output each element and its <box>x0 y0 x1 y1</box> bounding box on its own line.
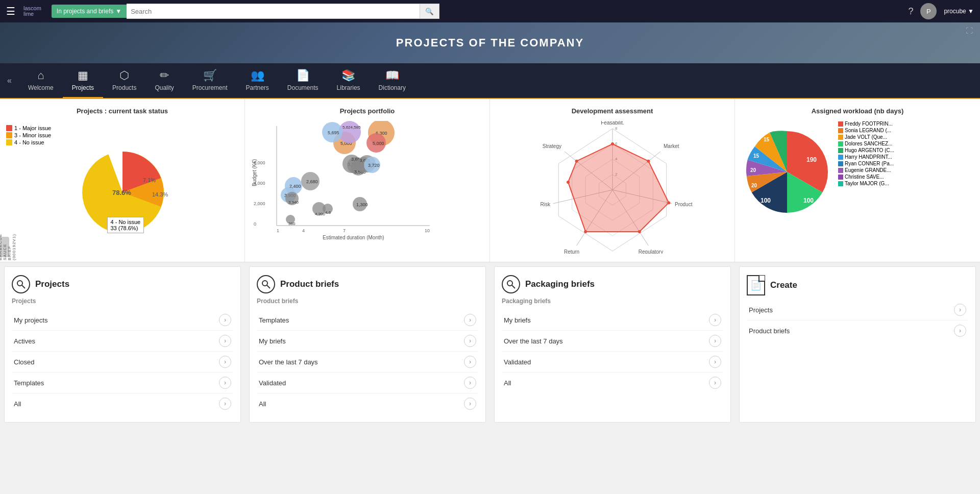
list-item-my-projects[interactable]: My projects › <box>12 310 233 331</box>
nav-item-projects[interactable]: ▦ Projects <box>63 63 103 98</box>
svg-point-81 <box>567 181 570 184</box>
list-item-closed[interactable]: Closed › <box>12 352 233 373</box>
dictionary-icon: 📖 <box>385 69 399 82</box>
legend-item-major: 1 - Major issue <box>6 125 51 131</box>
product-briefs-icon <box>257 275 275 293</box>
projects-card-header: Projects <box>12 275 233 293</box>
nav-item-libraries[interactable]: 📚 Libraries <box>328 63 370 98</box>
list-item-pkb-last7days[interactable]: Over the last 7 days › <box>502 331 723 352</box>
packaging-briefs-header: Packaging briefs <box>502 275 723 293</box>
search-button[interactable]: 🔍 <box>420 4 439 19</box>
search-scope-dropdown[interactable]: In projects and briefs ▼ <box>52 5 127 18</box>
svg-text:1: 1 <box>277 228 279 233</box>
list-item-create-product-briefs[interactable]: Product briefs › <box>747 320 968 341</box>
svg-point-90 <box>17 281 22 286</box>
svg-text:10: 10 <box>425 228 430 233</box>
create-card-icon: 📄 <box>747 275 765 295</box>
search-input[interactable] <box>127 4 420 19</box>
projects-card-icon <box>12 275 30 293</box>
arrow-actives[interactable]: › <box>219 335 231 347</box>
list-item-pb-last7days[interactable]: Over the last 7 days › <box>257 352 478 373</box>
search-area: In projects and briefs ▼ 🔍 <box>52 4 439 19</box>
arrow-all[interactable]: › <box>219 398 231 410</box>
list-item-pb-validated[interactable]: Validated › <box>257 373 478 393</box>
arrow-create-product-briefs[interactable]: › <box>954 325 966 337</box>
nav-item-partners[interactable]: 👥 Partners <box>236 63 278 98</box>
packaging-briefs-section-label: Packaging briefs <box>502 298 723 305</box>
svg-text:20: 20 <box>750 167 756 173</box>
pie-chart-panel: Projects : current task status 1 - Major… <box>0 99 245 262</box>
workload-legend-item: Taylor MAJOR (G... <box>838 181 894 186</box>
list-item-all[interactable]: All › <box>12 393 233 414</box>
nav-item-documents[interactable]: 📄 Documents <box>278 63 328 98</box>
projects-icon: ▦ <box>78 69 88 82</box>
product-briefs-header: Product briefs <box>257 275 478 293</box>
sidebar-toggle[interactable]: KOREAN BARBECUE SAUCE BRIEF (000192V1) <box>0 237 9 257</box>
legend-item-noissue: 4 - No issue <box>6 139 51 145</box>
svg-point-80 <box>584 230 587 233</box>
workload-legend: Freddy FOOTPRIN... Sonia LEGRAND (... Ja… <box>838 121 894 187</box>
main-content: Projects : current task status 1 - Major… <box>0 99 980 427</box>
arrow-pkb-validated[interactable]: › <box>709 356 721 368</box>
svg-text:78.6%: 78.6% <box>112 189 131 196</box>
arrow-pb-all[interactable]: › <box>464 398 476 410</box>
svg-text:190: 190 <box>806 156 817 163</box>
topbar: ☰ lascom lime In projects and briefs ▼ 🔍… <box>0 0 980 22</box>
svg-point-76 <box>611 142 614 145</box>
svg-line-93 <box>267 285 270 288</box>
svg-text:Regulatory: Regulatory <box>638 249 663 254</box>
list-item-pkb-my-briefs[interactable]: My briefs › <box>502 310 723 331</box>
projects-section-label: Projects <box>12 298 233 305</box>
workload-chart-svg: 190 100 100 20 20 15 15 <box>741 121 833 223</box>
list-item-pkb-all[interactable]: All › <box>502 373 723 393</box>
list-item-pb-templates[interactable]: Templates › <box>257 310 478 331</box>
quality-icon: ✏ <box>160 69 169 82</box>
nav-item-products[interactable]: ⬡ Products <box>103 63 145 98</box>
svg-text:5,624,585: 5,624,585 <box>342 125 361 130</box>
arrow-my-projects[interactable]: › <box>219 314 231 326</box>
arrow-closed[interactable]: › <box>219 356 231 368</box>
nav-item-procurement[interactable]: 🛒 Procurement <box>183 63 237 98</box>
svg-text:Market: Market <box>664 143 679 149</box>
arrow-pkb-last7days[interactable]: › <box>709 335 721 347</box>
nav-item-dictionary[interactable]: 📖 Dictionary <box>370 63 415 98</box>
list-item-pb-my-briefs[interactable]: My briefs › <box>257 331 478 352</box>
procurement-icon: 🛒 <box>203 69 217 82</box>
arrow-pb-validated[interactable]: › <box>464 377 476 389</box>
arrow-create-projects[interactable]: › <box>954 304 966 316</box>
arrow-pb-templates[interactable]: › <box>464 314 476 326</box>
menu-icon[interactable]: ☰ <box>6 5 15 17</box>
list-item-pb-all[interactable]: All › <box>257 393 478 414</box>
pie-tooltip: 4 - No issue 33 (78.6%) <box>107 217 144 233</box>
list-item-pkb-validated[interactable]: Validated › <box>502 352 723 373</box>
nav-toggle[interactable]: « <box>0 76 19 85</box>
svg-text:0: 0 <box>254 221 256 227</box>
radar-chart-title: Development assessment <box>496 107 728 115</box>
list-item-actives[interactable]: Actives › <box>12 331 233 352</box>
help-button[interactable]: ? <box>908 6 913 17</box>
list-item-create-projects[interactable]: Projects › <box>747 300 968 320</box>
logo: lascom lime <box>23 6 41 17</box>
bubble-chart-title: Projects portfolio <box>251 107 483 115</box>
username[interactable]: procube ▼ <box>944 8 974 15</box>
svg-point-77 <box>647 160 650 163</box>
arrow-pkb-all[interactable]: › <box>709 377 721 389</box>
list-item-templates[interactable]: Templates › <box>12 373 233 393</box>
arrow-pb-my-briefs[interactable]: › <box>464 335 476 347</box>
svg-text:7.1%: 7.1% <box>143 177 156 183</box>
avatar: P <box>920 3 937 19</box>
sidebar-label: KOREAN BARBECUE SAUCE BRIEF (000192V1) <box>0 234 16 260</box>
svg-text:100: 100 <box>803 197 814 204</box>
navbar: « ⌂ Welcome ▦ Projects ⬡ Products ✏ Qual… <box>0 63 980 99</box>
expand-icon[interactable]: ⛶ <box>966 27 973 35</box>
svg-text:Return: Return <box>564 249 579 254</box>
svg-text:Strategy: Strategy <box>542 143 561 149</box>
nav-item-quality[interactable]: ✏ Quality <box>145 63 183 98</box>
svg-text:3,940: 3,940 <box>288 200 299 205</box>
arrow-pb-last7days[interactable]: › <box>464 356 476 368</box>
arrow-pkb-my-briefs[interactable]: › <box>709 314 721 326</box>
nav-item-welcome[interactable]: ⌂ Welcome <box>19 63 63 98</box>
arrow-templates[interactable]: › <box>219 377 231 389</box>
workload-legend-item: Hugo ARGENTO (C... <box>838 147 894 153</box>
workload-legend-item: Harry HANDPRINT... <box>838 154 894 160</box>
